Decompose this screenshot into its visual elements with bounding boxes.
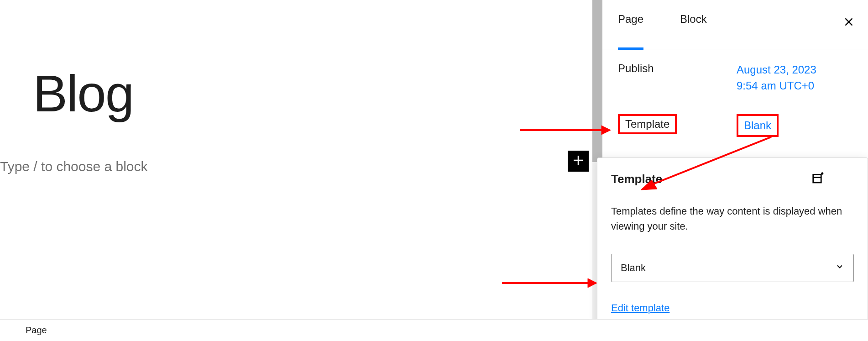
tab-page[interactable]: Page — [618, 13, 643, 50]
template-popover: Template Templates define the way conten… — [597, 157, 868, 331]
template-value-button[interactable]: Blank — [737, 114, 852, 137]
popover-description: Templates define the way content is disp… — [611, 204, 854, 234]
svg-rect-0 — [813, 175, 821, 183]
publish-row: Publish August 23, 2023 9:54 am UTC+0 — [618, 62, 852, 94]
add-block-button[interactable] — [568, 151, 589, 172]
popover-close-button[interactable] — [837, 171, 854, 187]
tab-block[interactable]: Block — [680, 13, 707, 47]
popover-header: Template — [611, 171, 854, 187]
block-placeholder-text: Type / to choose a block — [0, 159, 148, 174]
chevron-down-icon — [835, 262, 844, 274]
publish-date-line1: August 23, 2023 — [737, 63, 816, 76]
breadcrumb[interactable]: Page — [26, 325, 47, 336]
publish-date-button[interactable]: August 23, 2023 9:54 am UTC+0 — [737, 62, 852, 94]
edit-template-link[interactable]: Edit template — [611, 302, 669, 314]
post-title-input[interactable]: Blog — [33, 68, 133, 120]
publish-date-line2: 9:54 am UTC+0 — [737, 79, 814, 92]
sidebar-close-button[interactable] — [841, 15, 857, 31]
editor-footer: Page — [0, 319, 868, 341]
popover-title: Template — [611, 172, 662, 186]
close-icon — [843, 16, 855, 30]
page-meta-panel: Publish August 23, 2023 9:54 am UTC+0 Te… — [602, 49, 868, 137]
template-row-label: Template — [618, 114, 737, 134]
template-select-value: Blank — [621, 262, 646, 274]
publish-label: Publish — [618, 62, 737, 75]
empty-block[interactable]: Type / to choose a block — [0, 151, 589, 191]
plus-icon — [571, 153, 585, 169]
template-row: Template Blank — [618, 114, 852, 137]
scroll-thumb[interactable] — [592, 0, 602, 162]
template-value-highlight: Blank — [737, 114, 779, 137]
new-template-icon — [811, 171, 825, 187]
sidebar-tabs: Page Block — [602, 0, 868, 49]
new-template-button[interactable] — [810, 171, 826, 187]
template-label-highlight: Template — [618, 114, 677, 134]
popover-actions — [810, 171, 854, 187]
editor-canvas: Blog Type / to choose a block — [0, 0, 593, 326]
template-select[interactable]: Blank — [611, 254, 854, 282]
